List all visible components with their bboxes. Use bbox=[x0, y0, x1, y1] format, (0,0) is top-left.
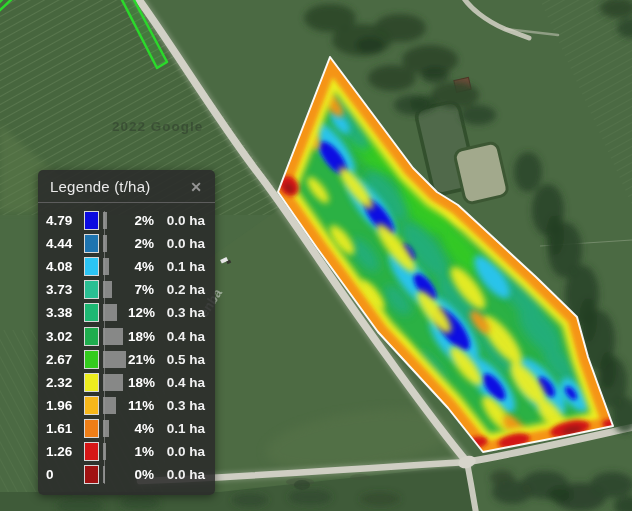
legend-row-area: 0.1 ha bbox=[160, 421, 205, 436]
legend-histogram-bar bbox=[103, 212, 107, 229]
legend-row-percent: 12% bbox=[128, 305, 154, 320]
legend-color-swatch bbox=[84, 350, 99, 369]
legend-row-value: 1.61 bbox=[46, 421, 84, 436]
legend-row-value: 0 bbox=[46, 467, 84, 482]
legend-row-percent: 18% bbox=[128, 375, 154, 390]
legend-row: 4.08 4% 0.1 ha bbox=[38, 255, 215, 278]
legend-histogram-bar-zone bbox=[102, 419, 128, 438]
legend-color-swatch bbox=[84, 373, 99, 392]
legend-row: 4.79 2% 0.0 ha bbox=[38, 209, 215, 232]
yield-map-app: 2022 Google enba Legende (t/ha) ✕ 4.79 2… bbox=[0, 0, 632, 511]
legend-histogram-bar-zone bbox=[102, 280, 128, 299]
legend-row-percent: 4% bbox=[128, 259, 154, 274]
legend-row-value: 3.73 bbox=[46, 282, 84, 297]
legend-rows: 4.79 2% 0.0 ha 4.44 2% 0.0 ha 4.08 4% 0.… bbox=[38, 203, 215, 495]
legend-row-percent: 11% bbox=[128, 398, 154, 413]
legend-row-percent: 2% bbox=[128, 236, 154, 251]
legend-row-area: 0.2 ha bbox=[160, 282, 205, 297]
legend-color-swatch bbox=[84, 465, 99, 484]
legend-row: 1.61 4% 0.1 ha bbox=[38, 417, 215, 440]
legend-color-swatch bbox=[84, 257, 99, 276]
close-icon[interactable]: ✕ bbox=[188, 179, 204, 195]
legend-row-area: 0.1 ha bbox=[160, 259, 205, 274]
legend-color-swatch bbox=[84, 419, 99, 438]
legend-row-value: 4.44 bbox=[46, 236, 84, 251]
legend-histogram-bar-zone bbox=[102, 257, 128, 276]
legend-panel: Legende (t/ha) ✕ 4.79 2% 0.0 ha 4.44 2% … bbox=[38, 170, 215, 495]
legend-color-swatch bbox=[84, 303, 99, 322]
legend-histogram-bar bbox=[103, 328, 123, 345]
legend-histogram-bar-zone bbox=[102, 234, 128, 253]
legend-histogram-bar-zone bbox=[102, 211, 128, 230]
legend-histogram-bar-zone bbox=[102, 350, 128, 369]
legend-histogram-bar bbox=[103, 466, 105, 483]
legend-histogram-bar-zone bbox=[102, 396, 128, 415]
legend-row-area: 0.4 ha bbox=[160, 329, 205, 344]
legend-histogram-bar bbox=[103, 281, 112, 298]
legend-row: 4.44 2% 0.0 ha bbox=[38, 232, 215, 255]
map-watermark: 2022 Google bbox=[112, 119, 203, 134]
legend-histogram-bar bbox=[103, 258, 109, 275]
legend-histogram-bar bbox=[103, 235, 107, 252]
legend-row-percent: 1% bbox=[128, 444, 154, 459]
legend-row-area: 0.3 ha bbox=[160, 398, 205, 413]
legend-row-area: 0.3 ha bbox=[160, 305, 205, 320]
legend-histogram-bar bbox=[103, 304, 117, 321]
legend-row-area: 0.4 ha bbox=[160, 375, 205, 390]
legend-color-swatch bbox=[84, 234, 99, 253]
legend-row: 3.02 18% 0.4 ha bbox=[38, 324, 215, 347]
legend-row-percent: 7% bbox=[128, 282, 154, 297]
legend-row-value: 3.38 bbox=[46, 305, 84, 320]
legend-row: 1.26 1% 0.0 ha bbox=[38, 440, 215, 463]
legend-row-value: 3.02 bbox=[46, 329, 84, 344]
legend-color-swatch bbox=[84, 211, 99, 230]
legend-color-swatch bbox=[84, 280, 99, 299]
legend-row-value: 4.08 bbox=[46, 259, 84, 274]
legend-color-swatch bbox=[84, 442, 99, 461]
legend-histogram-bar-zone bbox=[102, 373, 128, 392]
legend-color-swatch bbox=[84, 396, 99, 415]
legend-row: 2.67 21% 0.5 ha bbox=[38, 348, 215, 371]
legend-row: 2.32 18% 0.4 ha bbox=[38, 371, 215, 394]
legend-row-area: 0.0 ha bbox=[160, 467, 205, 482]
legend-title: Legende (t/ha) bbox=[50, 178, 150, 195]
legend-row-value: 2.67 bbox=[46, 352, 84, 367]
legend-histogram-bar-zone bbox=[102, 465, 128, 484]
legend-row: 1.96 11% 0.3 ha bbox=[38, 394, 215, 417]
legend-color-swatch bbox=[84, 327, 99, 346]
legend-histogram-bar bbox=[103, 397, 116, 414]
legend-row: 3.38 12% 0.3 ha bbox=[38, 301, 215, 324]
legend-histogram-bar-zone bbox=[102, 303, 128, 322]
legend-header: Legende (t/ha) ✕ bbox=[38, 170, 215, 203]
legend-histogram-bar bbox=[103, 420, 109, 437]
legend-row-value: 4.79 bbox=[46, 213, 84, 228]
legend-histogram-bar-zone bbox=[102, 327, 128, 346]
legend-row: 3.73 7% 0.2 ha bbox=[38, 278, 215, 301]
legend-histogram-bar-zone bbox=[102, 442, 128, 461]
legend-row-percent: 2% bbox=[128, 213, 154, 228]
legend-row-area: 0.0 ha bbox=[160, 444, 205, 459]
legend-row-percent: 4% bbox=[128, 421, 154, 436]
legend-row-percent: 0% bbox=[128, 467, 154, 482]
legend-row-area: 0.0 ha bbox=[160, 213, 205, 228]
legend-row-value: 1.26 bbox=[46, 444, 84, 459]
legend-histogram-bar bbox=[103, 374, 123, 391]
legend-row: 0 0% 0.0 ha bbox=[38, 463, 215, 486]
legend-row-value: 2.32 bbox=[46, 375, 84, 390]
legend-histogram-bar bbox=[103, 443, 106, 460]
legend-row-value: 1.96 bbox=[46, 398, 84, 413]
legend-histogram-bar bbox=[103, 351, 126, 368]
legend-row-area: 0.0 ha bbox=[160, 236, 205, 251]
legend-row-percent: 18% bbox=[128, 329, 154, 344]
legend-row-area: 0.5 ha bbox=[160, 352, 205, 367]
legend-row-percent: 21% bbox=[128, 352, 154, 367]
